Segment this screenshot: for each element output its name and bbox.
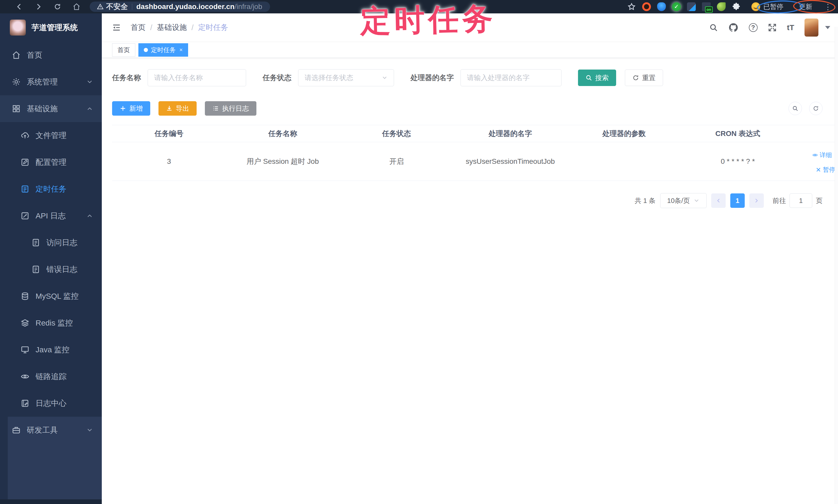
column-header: 任务编号: [112, 126, 226, 142]
breadcrumb-item: 定时任务: [198, 22, 228, 33]
eye2-icon: [812, 152, 818, 158]
browser-menu-icon[interactable]: ⋮: [824, 2, 832, 11]
sidebar: 芋道管理系统 首页系统管理基础设施文件管理配置管理定时任务API 日志访问日志错…: [0, 13, 102, 504]
breadcrumb-item[interactable]: 首页: [130, 22, 145, 33]
fullscreen-icon[interactable]: [768, 23, 777, 32]
column-header: 操作: [795, 126, 838, 142]
job-name-input-wrap: [148, 69, 246, 86]
sidebar-item-API-日志[interactable]: API 日志: [0, 202, 102, 229]
address-bar[interactable]: 不安全 dashboard.yudao.iocoder.cn/infra/job: [90, 2, 270, 12]
download-icon: [166, 105, 173, 112]
exec-log-button[interactable]: 执行日志: [205, 101, 257, 115]
search-button[interactable]: 搜索: [578, 70, 616, 86]
user-menu-caret-icon[interactable]: [825, 26, 830, 29]
sidebar-item-日志中心[interactable]: 日志中心: [0, 390, 102, 417]
sidebar-item-label: 链路追踪: [36, 371, 102, 382]
handler-name-input[interactable]: [467, 74, 555, 82]
add-button[interactable]: 新增: [112, 101, 150, 115]
sidebar-item-首页[interactable]: 首页: [0, 42, 102, 69]
sidebar-item-label: 配置管理: [36, 157, 102, 168]
logo-row[interactable]: 芋道管理系统: [0, 13, 102, 42]
browser-back-icon[interactable]: [15, 3, 23, 11]
sidebar-item-访问日志[interactable]: 访问日志: [0, 229, 102, 256]
chevron-down-icon: [86, 78, 93, 85]
search-icon: [586, 74, 592, 81]
browser-home-icon[interactable]: [73, 3, 81, 11]
page-number-button[interactable]: 1: [730, 193, 745, 208]
close-tab-icon[interactable]: ×: [179, 47, 183, 53]
prev-page-button[interactable]: [711, 193, 726, 208]
job-name-input[interactable]: [154, 74, 240, 82]
sidebar-item-MySQL-监控[interactable]: MySQL 监控: [0, 283, 102, 309]
tab-首页[interactable]: 首页: [112, 43, 135, 57]
handler-name-input-wrap: [460, 69, 561, 86]
sidebar-item-Redis-监控[interactable]: Redis 监控: [0, 309, 102, 336]
sidebar-footer: [0, 499, 102, 504]
sidebar-item-系统管理[interactable]: 系统管理: [0, 69, 102, 95]
divider: [132, 4, 132, 10]
action-详细[interactable]: 详细: [812, 149, 832, 161]
user-avatar[interactable]: [804, 19, 818, 37]
browser-scrollbar[interactable]: [835, 27, 838, 504]
gear-icon: [12, 77, 21, 86]
security-warning[interactable]: 不安全: [97, 2, 128, 12]
jobs-table: 任务编号任务名称任务状态处理器的名字处理器的参数CRON 表达式操作3用户 Se…: [112, 125, 838, 181]
tab-定时任务[interactable]: 定时任务×: [138, 43, 188, 57]
refresh-table-button[interactable]: [809, 102, 823, 115]
sidebar-item-研发工具[interactable]: 研发工具: [8, 417, 102, 444]
reset-button[interactable]: 重置: [625, 70, 663, 86]
sidebar-item-label: 系统管理: [27, 77, 80, 87]
warning-icon: [97, 3, 104, 10]
action-暂停[interactable]: 暂停: [816, 165, 835, 174]
column-header: 处理器的参数: [567, 126, 681, 142]
sidebar-item-label: 基础设施: [27, 104, 80, 114]
breadcrumb-separator: /: [150, 23, 152, 32]
sidebar-item-Java-监控[interactable]: Java 监控: [0, 336, 102, 363]
sidebar-item-链路追踪[interactable]: 链路追踪: [0, 363, 102, 390]
browser-reload-icon[interactable]: [54, 3, 61, 11]
toggle-search-button[interactable]: [788, 102, 802, 115]
export-button[interactable]: 导出: [158, 101, 197, 115]
extension-icon[interactable]: [642, 2, 651, 11]
job-name-label: 任务名称: [112, 73, 141, 83]
extensions-puzzle-icon[interactable]: [732, 2, 740, 11]
extension-icon[interactable]: on: [702, 2, 711, 11]
extension-icon[interactable]: [717, 2, 726, 11]
sidebar-item-错误日志[interactable]: 错误日志: [0, 256, 102, 283]
job-status-select[interactable]: [298, 69, 394, 86]
action-label: 暂停: [823, 165, 835, 174]
eye-icon: [21, 372, 29, 381]
extension-icon[interactable]: [672, 2, 681, 11]
toolbar: 新增 导出 执行日志: [112, 101, 832, 115]
sidebar-item-label: API 日志: [36, 211, 80, 221]
update-button[interactable]: 更新: [794, 2, 817, 12]
sidebar-item-文件管理[interactable]: 文件管理: [0, 122, 102, 149]
app-title: 芋道管理系统: [32, 22, 78, 33]
extension-icon[interactable]: [687, 2, 696, 11]
job-status-select-input[interactable]: [304, 74, 379, 82]
breadcrumb-item[interactable]: 基础设施: [157, 22, 187, 33]
chevron-up-icon: [86, 213, 93, 219]
sidebar-light-section: 研发工具: [8, 417, 102, 499]
sidebar-item-基础设施[interactable]: 基础设施: [0, 95, 102, 122]
sidebar-item-label: 研发工具: [27, 425, 80, 435]
browser-forward-icon[interactable]: [35, 3, 42, 11]
extension-icon[interactable]: [657, 2, 666, 11]
sidebar-item-配置管理[interactable]: 配置管理: [0, 149, 102, 176]
tampermonkey-paused-button[interactable]: 已暂停: [747, 2, 788, 12]
page-size-select[interactable]: 10条/页: [660, 193, 706, 208]
chevron-right-icon: [753, 198, 760, 204]
search-icon: [792, 105, 798, 111]
url-text: dashboard.yudao.iocoder.cn/infra/job: [136, 3, 262, 11]
search-icon[interactable]: [709, 23, 718, 32]
font-size-icon[interactable]: tT: [787, 23, 794, 32]
bookmark-star-icon[interactable]: [627, 2, 636, 11]
next-page-button[interactable]: [749, 193, 764, 208]
chevron-down-icon: [694, 198, 700, 204]
fold-sidebar-icon[interactable]: [112, 23, 121, 32]
sidebar-item-定时任务[interactable]: 定时任务: [0, 176, 102, 202]
goto-page-input[interactable]: [789, 193, 812, 208]
help-icon[interactable]: ?: [749, 23, 757, 32]
cell-cron: 0 * * * * ? *: [681, 154, 795, 169]
github-icon[interactable]: [728, 22, 738, 33]
